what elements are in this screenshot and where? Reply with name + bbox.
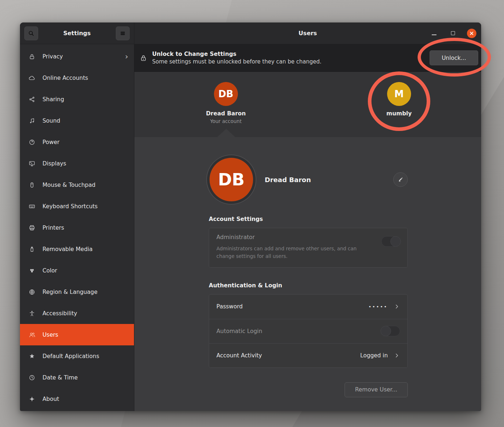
profile-row: DB Dread Baron (209, 158, 408, 201)
search-button[interactable] (24, 26, 38, 40)
unlock-banner-subtitle: Some settings must be unlocked before th… (152, 58, 321, 65)
accessibility-icon (28, 309, 36, 317)
account-activity-row[interactable]: Account Activity Logged in (209, 343, 407, 368)
password-label: Password (216, 303, 243, 310)
unlock-banner-text: Unlock to Change Settings Some settings … (152, 51, 321, 65)
sidebar-item-region-language[interactable]: Region & Language (20, 281, 134, 303)
maximize-button[interactable] (448, 29, 458, 38)
users-icon (28, 331, 36, 339)
automatic-login-row: Automatic Login (209, 319, 407, 343)
settings-window: Settings Privacy › (20, 22, 481, 411)
sidebar-header: Settings (20, 22, 134, 44)
sidebar-item-accessibility[interactable]: Accessibility (20, 303, 134, 324)
automatic-login-label: Automatic Login (216, 328, 262, 334)
globe-icon (28, 288, 36, 296)
sidebar-item-power[interactable]: Power (20, 131, 134, 153)
sidebar-item-privacy[interactable]: Privacy › (20, 46, 134, 67)
user-subtitle: Your account (206, 118, 246, 124)
desktop: Settings Privacy › (0, 0, 504, 427)
hamburger-icon (119, 30, 126, 37)
carousel-user-mumbly[interactable]: M mumbly (386, 82, 412, 117)
display-icon (28, 160, 36, 168)
administrator-description: Administrators can add and remove other … (216, 245, 369, 260)
account-activity-label: Account Activity (216, 352, 262, 359)
close-button[interactable]: × (467, 29, 476, 38)
unlock-banner-title: Unlock to Change Settings (152, 51, 321, 57)
unlock-button[interactable]: Unlock... (430, 50, 478, 65)
sidebar-nav: Privacy › Online Accounts Sharing (20, 44, 134, 411)
sidebar-item-displays[interactable]: Displays (20, 153, 134, 174)
sidebar-item-color[interactable]: Color (20, 260, 134, 281)
sidebar-title: Settings (63, 30, 91, 37)
sidebar-item-printers[interactable]: Printers (20, 217, 134, 238)
remove-user-button[interactable]: Remove User... (345, 382, 408, 397)
sidebar-item-default-applications[interactable]: Default Applications (20, 345, 134, 367)
profile-name: Dread Baron (265, 176, 311, 184)
lock-icon (139, 54, 147, 62)
minimize-button[interactable] (429, 29, 439, 38)
selected-user-pointer (217, 129, 235, 137)
avatar: M (387, 82, 411, 106)
chevron-right-icon (394, 303, 400, 310)
clock-icon (28, 374, 36, 382)
sidebar-item-mouse-touchpad[interactable]: Mouse & Touchpad (20, 174, 134, 196)
sidebar: Settings Privacy › (20, 22, 134, 411)
automatic-login-toggle[interactable] (381, 326, 400, 336)
account-settings-heading: Account Settings (209, 216, 408, 222)
lock-icon (28, 53, 36, 61)
chevron-right-icon: › (125, 53, 128, 61)
user-name: Dread Baron (206, 110, 246, 117)
chevron-right-icon (394, 352, 400, 359)
account-activity-value: Logged in (360, 352, 388, 359)
profile-avatar[interactable]: DB (210, 158, 253, 201)
administrator-toggle[interactable] (381, 236, 401, 247)
sidebar-item-sound[interactable]: Sound (20, 110, 134, 131)
password-dots: ••••• (369, 304, 388, 309)
unlock-banner: Unlock to Change Settings Some settings … (134, 44, 481, 72)
sidebar-item-date-time[interactable]: Date & Time (20, 367, 134, 388)
music-note-icon (28, 117, 36, 125)
printer-icon (28, 224, 36, 232)
user-detail-panel: DB Dread Baron Account Settings Administ… (134, 137, 481, 411)
sidebar-item-removable-media[interactable]: Removable Media (20, 238, 134, 260)
auth-login-heading: Authentication & Login (209, 282, 408, 289)
toggle-knob (390, 236, 401, 247)
sparkle-icon (28, 395, 36, 403)
menu-button[interactable] (116, 26, 130, 40)
mouse-icon (28, 181, 36, 189)
main-panel: Users × Unlock to Change Settings Some s… (134, 22, 481, 411)
user-carousel: DB Dread Baron Your account M mumbly (134, 72, 481, 137)
edit-name-button[interactable] (393, 172, 408, 187)
avatar: DB (214, 82, 238, 106)
pencil-icon (397, 176, 404, 183)
share-icon (28, 95, 36, 103)
color-icon (28, 267, 36, 275)
auth-login-card: Password ••••• Automatic Login (209, 294, 408, 368)
minimize-icon (432, 34, 436, 35)
titlebar: Users × (134, 22, 481, 44)
keyboard-icon (28, 202, 36, 210)
toggle-knob (381, 326, 391, 336)
password-row[interactable]: Password ••••• (209, 295, 407, 319)
sidebar-item-online-accounts[interactable]: Online Accounts (20, 67, 134, 89)
carousel-user-dread-baron[interactable]: DB Dread Baron Your account (206, 82, 246, 124)
star-icon (28, 352, 36, 360)
administrator-label: Administrator (216, 234, 400, 241)
close-icon: × (469, 30, 474, 37)
search-icon (28, 30, 35, 37)
sidebar-item-users[interactable]: Users (20, 324, 134, 345)
sidebar-item-sharing[interactable]: Sharing (20, 89, 134, 110)
power-icon (28, 138, 36, 146)
account-settings-card: Administrator Administrators can add and… (209, 228, 408, 268)
sidebar-item-about[interactable]: About (20, 388, 134, 410)
maximize-icon (451, 31, 455, 35)
user-name: mumbly (386, 110, 412, 117)
sidebar-item-keyboard-shortcuts[interactable]: Keyboard Shortcuts (20, 196, 134, 217)
window-controls: × (429, 29, 481, 38)
cloud-icon (28, 74, 36, 82)
usb-drive-icon (28, 245, 36, 253)
